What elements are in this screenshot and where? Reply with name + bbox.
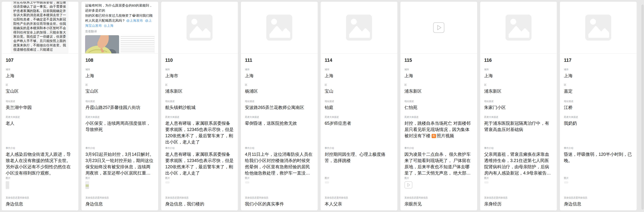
- field-city: 城市 上海: [404, 68, 473, 84]
- field-image: 图片: [6, 177, 74, 196]
- field-value-event: 4月11日上午，这位消毒防疫人员在给我们小区封控楼做消杀的时候突然晕倒，小区里有…: [245, 151, 314, 176]
- field-label: 死者大体描述: [404, 116, 473, 118]
- image-placeholder: [161, 2, 238, 53]
- field-event-description: 事件介绍 老人感染后物业街道无人跟进，导致老人在没有救援的情况下去世。另外该小区…: [6, 147, 74, 177]
- attachment-thumbnail[interactable]: [564, 181, 568, 183]
- field-district: 区 浦东新区: [404, 84, 473, 100]
- field-label: 死者大体描述: [165, 116, 234, 118]
- image-placeholder-icon: [585, 15, 611, 41]
- record-card[interactable]: 110 城市 上海市 区 浦东新区 地址描述 航头镇鹤沙航城 死者大体描述 老人…: [161, 2, 238, 210]
- field-value-victim: 封控，跳楼自杀当场死亡 对面楼邻居只看见听见现场情况，因为集体被封没有下楼 有照…: [404, 120, 473, 139]
- field-label: 死者大体描述: [86, 116, 154, 118]
- record-card[interactable]: 114 城市 上海 区 宝山 地址描述 铂庭 死者大体描述 65岁癌症患者 事件…: [320, 2, 398, 210]
- record-id: 110: [165, 54, 234, 63]
- field-value-district: 浦东新区: [484, 88, 553, 94]
- gallery-board: 分左右联系上中华园居委会，通过微信语音确认了这一事实。由于需要保护患者家属的隐私…: [0, 0, 644, 212]
- image-placeholder-icon: [186, 15, 212, 41]
- video-attachment-thumbnail[interactable]: [404, 181, 412, 188]
- vertical-scrollbar[interactable]: [642, 5, 644, 209]
- record-card[interactable]: 111 城市 上海 区 杨浦区 地址描述 安波路265弄兰花教师公寓南区 死者大…: [240, 2, 318, 210]
- field-value-event: 父亲周嘉祖，肾衰且瘫痪在床靠血透维持生命，3.21住进第七人民医院肾病科治疗，由…: [484, 151, 553, 176]
- field-city: 城市 上海: [484, 68, 553, 84]
- field-label: 直接信息还是间接信息: [484, 196, 553, 199]
- field-label: 事件介绍: [165, 147, 234, 149]
- field-value-event: 老人感染后物业街道无人跟进，导致老人在没有救援的情况下去世。另外该小区还有不少阳…: [6, 151, 74, 176]
- record-id: 116: [484, 54, 553, 63]
- field-event-description: 事件介绍 昏迷，呼吸微弱，120半小时到，已晚。: [564, 147, 632, 177]
- field-value-victim: 死于浦东医院新冠隔离治疗中，有肾衰高血压封基础病: [484, 120, 553, 133]
- record-card[interactable]: 分左右联系上中华园居委会，通过微信语音确认了这一事实。由于需要保护患者家属的隐私…: [2, 2, 79, 210]
- field-label: 图片: [6, 177, 74, 179]
- field-image: 图片: [86, 177, 154, 196]
- field-value-event: 3月9日起开始封控，3月14日解封。3月23日又一轮封控开始，期间这位保安始终没…: [86, 151, 154, 176]
- field-info-type: 直接信息还是间接信息 亲身经历: [484, 196, 553, 207]
- field-value-event: 老人患有哮喘，家属联系居委报备要求就医，12345也表示尽快，但是120依然来不…: [165, 151, 234, 176]
- wechat-message-screenshot: 分左右联系上中华园居委会，通过微信语音确认了这一事实。由于需要保护患者家属的隐私…: [11, 2, 68, 54]
- record-card[interactable]: 115 城市 上海 区 浦东新区 地址描述 仁怡苑 死者大体描述 封控，跳楼自杀…: [400, 2, 478, 210]
- field-label: 区: [325, 84, 393, 86]
- attachment-thumbnail[interactable]: [6, 181, 9, 189]
- image-placeholder: [241, 2, 318, 53]
- field-value-info: 本人父亲: [325, 201, 393, 207]
- field-city: 城市 上海: [245, 68, 314, 84]
- field-label: 区: [564, 84, 632, 86]
- field-victim-description: 死者大体描述 死于浦东医院新冠隔离治疗中，有肾衰高血压封基础病: [484, 116, 553, 147]
- crying-emoji: 😭: [132, 14, 136, 17]
- card-media-area: [241, 2, 318, 54]
- card-media-area: [480, 2, 557, 54]
- card-fields: 117 城市 上海 区 嘉定 地址描述 江桥 死者大体描述 我奶奶 事件介绍 昏…: [560, 54, 637, 210]
- field-label: 直接信息还是间接信息: [86, 196, 154, 199]
- field-value-city: 上海市: [165, 73, 234, 79]
- field-label: 地址描述: [86, 100, 154, 103]
- field-label: 直接信息还是间接信息: [6, 196, 74, 199]
- tweet-screenshot: 运输有时间，为什么跟居委会的60的菜能到，还好多是烂的 别的区都已经分发过几批物…: [81, 2, 158, 54]
- tweet-text: 运输有时间，为什么跟居委会的60的菜能到，还好多是烂的 别的区都已经分发过几批物…: [85, 3, 154, 28]
- attachment-thumbnail[interactable]: [325, 181, 329, 183]
- field-label: 图片: [86, 177, 154, 179]
- field-label: 图片: [165, 177, 234, 179]
- field-value-address: 仁怡苑: [404, 104, 473, 111]
- record-id: 115: [404, 54, 473, 63]
- field-label: 事件介绍: [325, 147, 393, 149]
- field-address: 地址描述 安波路265弄兰花教师公寓南区: [245, 100, 314, 116]
- field-label: 事件介绍: [484, 147, 553, 149]
- field-label: 事件介绍: [86, 147, 154, 149]
- field-victim-description: 死者大体描述 小区保安，连续两周高强度值班，导致猝死: [86, 116, 154, 147]
- image-placeholder-icon: [506, 15, 532, 41]
- attachment-thumbnail[interactable]: [245, 181, 250, 183]
- field-value-district: 宝山区: [6, 88, 74, 94]
- field-label: 图片: [325, 177, 393, 179]
- field-image: 图片: [404, 177, 473, 196]
- field-value-info: 身边信息: [6, 201, 74, 207]
- view-translation-link[interactable]: 查看翻译: [85, 30, 154, 34]
- field-image: 图片: [564, 177, 632, 196]
- field-label: 直接信息还是间接信息: [404, 196, 473, 199]
- field-city: 城市 上海: [6, 68, 74, 84]
- field-label: 图片: [404, 177, 473, 179]
- attachment-thumbnail[interactable]: [165, 181, 170, 183]
- field-value-city: 上海: [325, 73, 393, 79]
- field-victim-description: 死者大体描述 我奶奶: [564, 116, 632, 147]
- record-card[interactable]: 运输有时间，为什么跟居委会的60的菜能到，还好多是烂的 别的区都已经分发过几批物…: [81, 2, 158, 210]
- field-label: 城市: [564, 68, 632, 71]
- record-card[interactable]: 116 城市 上海 区 浦东新区 地址描述 朱家门小区 死者大体描述 死于浦东医…: [480, 2, 557, 210]
- field-value-address: 安波路265弄兰花教师公寓南区: [245, 104, 314, 111]
- mention-link[interactable]: @上海发布: [126, 19, 143, 22]
- attachment-thumbnail[interactable]: [484, 181, 489, 183]
- field-info-type: 直接信息还是间接信息 我们小区的真实事件: [245, 196, 314, 207]
- field-label: 死者大体描述: [564, 116, 632, 118]
- location-link[interactable]: ◎上海: [104, 24, 113, 28]
- field-value-address: 江桥: [564, 104, 632, 111]
- field-image: 图片: [325, 177, 393, 196]
- field-value-event: 昏迷，呼吸微弱，120半小时到，已晚。: [564, 151, 632, 164]
- field-label: 地址描述: [484, 100, 553, 103]
- record-card[interactable]: 117 城市 上海 区 嘉定 地址描述 江桥 死者大体描述 我奶奶 事件介绍 昏…: [560, 2, 637, 210]
- field-image: 图片: [245, 177, 314, 196]
- attachment-thumbnail[interactable]: [86, 181, 89, 189]
- field-label: 事件介绍: [564, 147, 632, 149]
- field-district: 区 浦东新区: [165, 84, 234, 100]
- field-info-type: 直接信息还是间接信息 亲眼所见: [404, 196, 473, 207]
- card-media-area: 运输有时间，为什么跟居委会的60的菜能到，还好多是烂的 别的区都已经分发过几批物…: [81, 2, 158, 54]
- image-placeholder-icon: [266, 15, 292, 41]
- card-fields: 107 城市 上海 区 宝山区 地址描述 美兰湖中华园 死者大体描述 老人 事件…: [2, 54, 78, 210]
